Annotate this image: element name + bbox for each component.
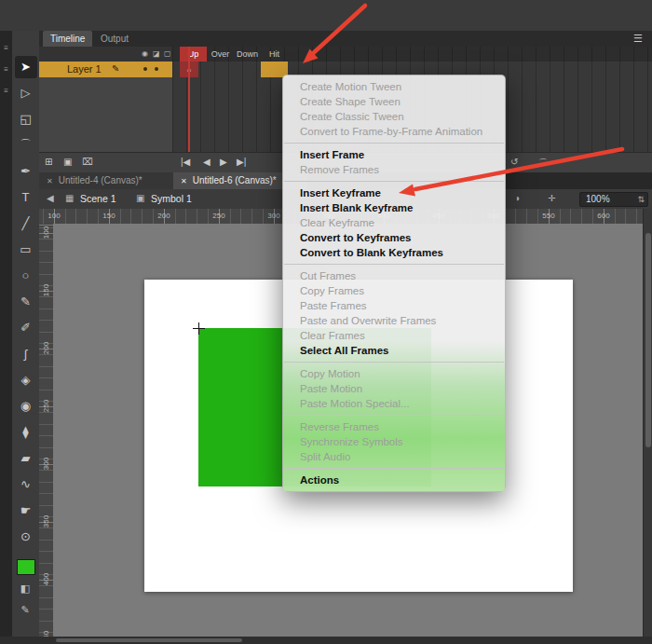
menu-item-remove-frames: Remove Frames (283, 162, 505, 177)
lock-all-layers-icon[interactable]: ◪ (153, 49, 160, 58)
fill-color-swatch[interactable] (17, 559, 35, 575)
collapse-icon[interactable]: ≡ (0, 87, 12, 95)
stroke-fill-mini-icon[interactable]: ◧ (14, 582, 36, 595)
v-ruler-label: 250 (42, 392, 50, 420)
breadcrumb-scene[interactable]: Scene 1 (80, 193, 116, 204)
oval-tool[interactable]: ○ (15, 265, 37, 287)
menu-item-paste-motion: Paste Motion (283, 381, 505, 396)
v-ruler-label: 200 (42, 335, 50, 363)
frame-label-up[interactable]: Up (180, 47, 207, 62)
show-hide-all-layers-icon[interactable]: ◉ (142, 49, 148, 58)
pencil-tool[interactable]: ✎ (15, 291, 37, 313)
zoom-tool[interactable]: ⊙ (15, 526, 37, 548)
v-ruler-label: 150 (42, 277, 50, 305)
play-button[interactable]: ▶ (220, 157, 227, 167)
layer-row[interactable]: Layer 1 ✎ (39, 62, 172, 77)
menu-item-select-all-frames[interactable]: Select All Frames (283, 343, 505, 358)
hand-tool[interactable]: ☛ (15, 500, 37, 522)
menu-item-create-motion-tween: Create Motion Tween (283, 79, 505, 94)
menu-separator (284, 415, 504, 416)
layer-lock-dot[interactable] (155, 67, 158, 71)
close-tab-icon[interactable]: ✕ (181, 177, 187, 185)
application-window: ≡ ≡ ≡ ➤▷◱⌒✒T╱▭○✎✐ʃ◈◉⧫▰∿☛⊙ ◧ ✎ Timeline O… (0, 0, 652, 644)
breadcrumb-symbol[interactable]: Symbol 1 (151, 193, 192, 204)
rectangle-tool[interactable]: ▭ (15, 239, 37, 261)
center-frame-icon[interactable]: ✛ (548, 193, 555, 203)
menu-item-copy-frames: Copy Frames (283, 283, 505, 298)
v-ruler-label: 400 (42, 566, 50, 594)
doc-tab-label: Untitled-4 (Canvas)* (59, 175, 143, 185)
onion-skin-button[interactable]: ⌒ (538, 157, 548, 170)
playhead-line[interactable] (188, 47, 190, 152)
layer-name[interactable]: Layer 1 (67, 63, 102, 75)
scrollbar-thumb[interactable] (56, 638, 242, 642)
tab-timeline[interactable]: Timeline (43, 31, 92, 47)
menu-item-insert-keyframe[interactable]: Insert Keyframe (283, 185, 505, 200)
pen-tool[interactable]: ✒ (15, 160, 37, 183)
collapse-icon[interactable]: ≡ (0, 44, 12, 52)
lasso-tool[interactable]: ⌒ (15, 134, 37, 157)
menu-item-paste-frames: Paste Frames (283, 298, 505, 313)
menu-separator (284, 181, 504, 182)
zoom-stepper-icon[interactable]: ⇅ (637, 193, 645, 206)
menu-item-convert-to-blank-keyframes[interactable]: Convert to Blank Keyframes (283, 245, 505, 260)
step-forward-button[interactable]: ▶| (237, 157, 246, 167)
menu-item-actions[interactable]: Actions (283, 473, 505, 487)
v-ruler-label: 350 (42, 508, 50, 536)
collapse-icon[interactable]: ≡ (0, 65, 12, 74)
ink-bottle-tool[interactable]: ◉ (15, 395, 37, 418)
brush-tool[interactable]: ✐ (15, 317, 37, 339)
pencil-mode-icon[interactable]: ✎ (14, 604, 36, 616)
width-tool[interactable]: ∿ (15, 473, 37, 496)
layer-edit-pencil-icon: ✎ (112, 63, 119, 74)
menu-item-convert-to-keyframes[interactable]: Convert to Keyframes (283, 230, 505, 245)
frame-header-row: UpOverDownHit (172, 47, 652, 62)
frame-label-over[interactable]: Over (207, 47, 234, 62)
eyedropper-tool[interactable]: ⧫ (15, 421, 37, 444)
menu-separator (284, 143, 504, 144)
line-tool[interactable]: ╱ (15, 212, 37, 235)
eraser-tool[interactable]: ▰ (15, 447, 37, 470)
frame-label-down[interactable]: Down (234, 47, 261, 62)
horizontal-scrollbar[interactable] (0, 637, 652, 644)
v-ruler-label: 300 (42, 450, 50, 478)
bone-tool[interactable]: ʃ (15, 343, 37, 365)
scene-icon: ▦ (65, 193, 74, 203)
step-back-button[interactable]: ◀ (203, 157, 211, 167)
new-layer-button[interactable]: ⊞ (45, 157, 52, 167)
text-tool[interactable]: T (15, 186, 37, 209)
panel-menu-icon[interactable]: ☰ (633, 33, 643, 45)
menu-item-paste-motion-special: Paste Motion Special... (283, 396, 505, 411)
paint-bucket-tool[interactable]: ◈ (15, 369, 37, 391)
subselection-tool[interactable]: ▷ (15, 82, 37, 104)
timeline-panel-tab-bar: Timeline Output (39, 31, 652, 47)
zoom-level-dropdown[interactable]: 100% ⇅ (579, 192, 648, 207)
menu-item-reverse-frames: Reverse Frames (283, 419, 505, 434)
close-tab-icon[interactable]: ✕ (47, 177, 53, 185)
collapsed-panel-strip[interactable]: ≡ ≡ ≡ (0, 31, 12, 644)
frame-label-hit[interactable]: Hit (261, 47, 288, 62)
back-arrow-icon[interactable]: ◀ (47, 193, 54, 203)
scrollbar-thumb[interactable] (645, 233, 651, 447)
go-to-first-frame-button[interactable]: |◀ (181, 157, 190, 167)
delete-layer-button[interactable]: ⌧ (82, 157, 93, 167)
tab-output[interactable]: Output (93, 31, 136, 47)
menu-item-copy-motion: Copy Motion (283, 366, 505, 381)
vertical-ruler: 100150200250300350400450 (39, 224, 54, 637)
menu-item-clear-frames: Clear Frames (283, 328, 505, 343)
h-ruler-label: 200 (151, 212, 177, 220)
selection-tool[interactable]: ➤ (15, 56, 37, 78)
h-ruler-label: 550 (536, 212, 562, 220)
new-folder-button[interactable]: ▣ (63, 157, 72, 167)
menu-separator (284, 264, 504, 265)
free-transform-tool[interactable]: ◱ (15, 108, 37, 130)
layer-visibility-dot[interactable] (143, 67, 147, 71)
menu-item-insert-blank-keyframe[interactable]: Insert Blank Keyframe (283, 200, 505, 215)
edit-symbols-icon[interactable]: ◑ (514, 193, 520, 203)
loop-button[interactable]: ↺ (510, 157, 518, 167)
doc-tab-untitled-4[interactable]: ✕Untitled-4 (Canvas)* (39, 172, 173, 189)
menu-item-insert-frame[interactable]: Insert Frame (283, 147, 505, 162)
top-chrome-bar (0, 0, 652, 32)
vertical-scrollbar[interactable] (643, 209, 652, 637)
outline-all-layers-icon[interactable]: ▢ (164, 49, 171, 58)
